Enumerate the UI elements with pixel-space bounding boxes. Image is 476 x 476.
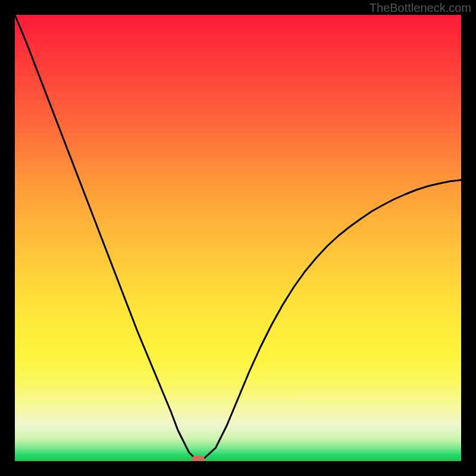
plot-area [15,15,461,461]
curve-line [15,15,461,461]
watermark-text: TheBottleneck.com [369,1,471,15]
chart-frame: TheBottleneck.com [0,0,476,476]
minimum-marker [192,456,205,461]
